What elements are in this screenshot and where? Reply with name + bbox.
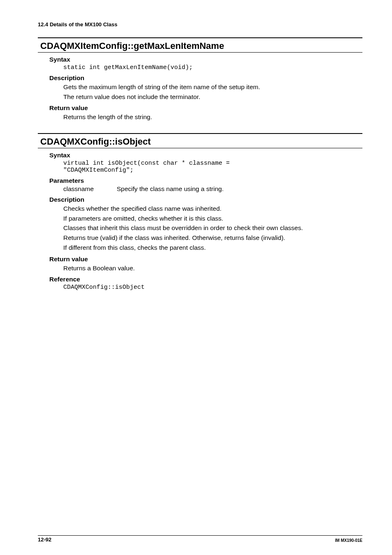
description-text: Gets the maximum length of string of the…	[38, 83, 362, 92]
description-text: If different from this class, checks the…	[38, 243, 362, 252]
description-heading: Description	[38, 74, 362, 82]
syntax-heading: Syntax	[38, 56, 362, 63]
description-text: Checks whether the specified class name …	[38, 204, 362, 213]
return-value-text: Returns the length of the string.	[38, 113, 362, 122]
reference-heading: Reference	[38, 276, 362, 283]
section1-title: CDAQMXItemConfig::getMaxLenItemName	[38, 41, 362, 51]
page-number: 12-92	[38, 537, 51, 543]
syntax-code: virtual int isObject(const char * classn…	[38, 160, 362, 174]
page-footer: 12-92 IM MX190-01E	[38, 535, 362, 543]
return-value-heading: Return value	[38, 256, 362, 263]
section-divider	[38, 133, 362, 134]
parameter-desc: Specify the class name using a string.	[117, 185, 224, 193]
parameter-name: classname	[63, 185, 117, 193]
syntax-heading: Syntax	[38, 152, 362, 159]
section-divider	[38, 37, 362, 38]
section-divider	[38, 148, 362, 148]
syntax-code: static int getMaxLenItemName(void);	[38, 64, 362, 71]
description-heading: Description	[38, 196, 362, 203]
description-text: Classes that inherit this class must be …	[38, 223, 362, 233]
manual-id: IM MX190-01E	[335, 538, 362, 543]
section2-title: CDAQMXConfig::isObject	[38, 136, 362, 147]
breadcrumb: 12.4 Details of the MX100 Class	[38, 21, 362, 28]
description-text: Returns true (valid) if the class was in…	[38, 233, 362, 242]
parameters-heading: Parameters	[38, 177, 362, 184]
section-divider	[38, 52, 362, 53]
reference-code: CDAQMXConfig::isObject	[38, 284, 362, 291]
description-text: If parameters are omitted, checks whethe…	[38, 214, 362, 223]
return-value-heading: Return value	[38, 104, 362, 112]
return-value-text: Returns a Boolean value.	[38, 264, 362, 273]
parameter-row: classname Specify the class name using a…	[38, 185, 362, 193]
description-text: The return value does not include the te…	[38, 92, 362, 101]
